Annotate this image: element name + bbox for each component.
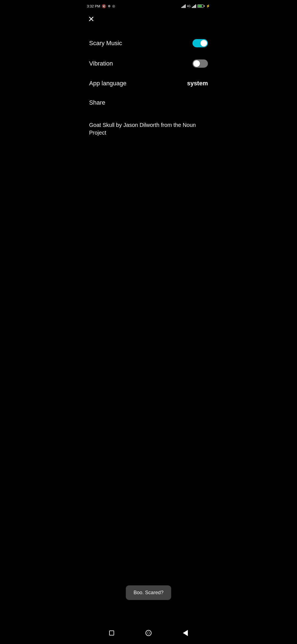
status-left: 3:32 PM 🔇 ⊕ ◎ <box>87 4 115 8</box>
network-type: 4G <box>187 5 191 8</box>
vibration-thumb <box>193 60 200 67</box>
location-icon: ⊕ <box>108 4 111 8</box>
recent-apps-icon <box>109 631 114 635</box>
snackbar: Boo. Scared? <box>126 585 171 600</box>
scary-music-row: Scary Music <box>89 33 208 53</box>
app-language-label: App language <box>89 80 127 87</box>
vibration-row: Vibration <box>89 53 208 74</box>
battery-fill <box>198 5 202 7</box>
bar4 <box>195 4 196 8</box>
attribution-text: Goat Skull by Jason Dilworth from the No… <box>89 118 208 139</box>
app-language-value: system <box>187 80 208 87</box>
bar3 <box>184 5 185 8</box>
bar1 <box>192 7 193 8</box>
home-icon <box>145 630 152 636</box>
scary-music-thumb <box>200 40 207 47</box>
back-button[interactable] <box>180 627 191 639</box>
bar2 <box>183 6 183 8</box>
share-row[interactable]: Share <box>89 93 208 112</box>
mute-icon: 🔇 <box>102 4 106 8</box>
battery-tip <box>204 5 205 7</box>
battery-body <box>197 4 204 8</box>
vibration-toggle[interactable] <box>193 59 208 68</box>
close-button[interactable]: ✕ <box>82 11 215 28</box>
share-label: Share <box>89 99 105 106</box>
bar2 <box>193 6 194 8</box>
attribution-row: Goat Skull by Jason Dilworth from the No… <box>89 112 208 145</box>
bar1 <box>182 7 182 8</box>
settings-content: Scary Music Vibration App language syste… <box>82 28 215 151</box>
nav-bar <box>82 622 215 644</box>
vibration-label: Vibration <box>89 60 113 67</box>
status-bar: 3:32 PM 🔇 ⊕ ◎ 4G ⚡ <box>82 0 215 11</box>
vibration-track <box>193 59 208 68</box>
signal-bars-1 <box>182 4 186 8</box>
scary-music-label: Scary Music <box>89 40 122 47</box>
close-icon: ✕ <box>88 15 94 23</box>
bolt-icon: ⚡ <box>206 4 210 8</box>
app-language-row[interactable]: App language system <box>89 74 208 93</box>
back-icon <box>183 630 188 636</box>
snackbar-message: Boo. Scared? <box>133 590 163 595</box>
home-button[interactable] <box>143 627 154 639</box>
status-time: 3:32 PM <box>87 4 100 8</box>
bar3 <box>194 5 195 8</box>
status-right: 4G ⚡ <box>182 4 210 8</box>
signal-bars-2 <box>192 4 196 8</box>
battery-icon <box>197 4 205 8</box>
scary-music-track <box>193 39 208 47</box>
recent-apps-button[interactable] <box>106 628 117 638</box>
bar4 <box>185 4 186 8</box>
circle-icon: ◎ <box>112 4 115 8</box>
scary-music-toggle[interactable] <box>193 39 208 47</box>
